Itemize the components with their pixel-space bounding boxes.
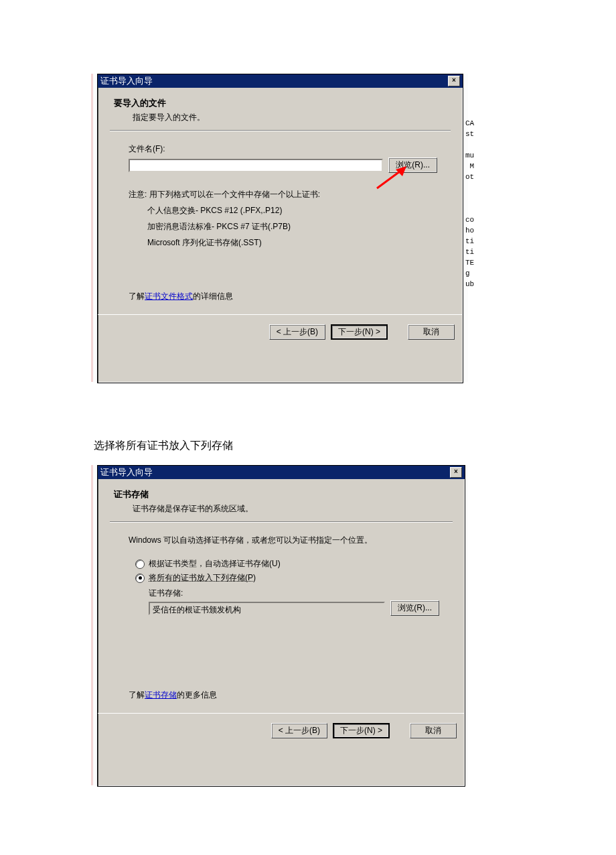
cancel-button[interactable]: 取消 (410, 723, 457, 738)
divider (110, 130, 451, 131)
learn-link[interactable]: 证书文件格式 (145, 291, 193, 301)
cancel-button[interactable]: 取消 (408, 324, 455, 340)
browse-button[interactable]: 浏览(R)... (388, 157, 437, 173)
filename-input[interactable] (129, 159, 383, 172)
close-icon[interactable]: × (450, 467, 462, 478)
back-button[interactable]: < 上一步(B) (269, 324, 325, 340)
note-intro: 注意: 用下列格式可以在一个文件中存储一个以上证书: (129, 186, 437, 202)
store-value-field: 受信任的根证书颁发机构 (149, 602, 385, 615)
page-title: 证书存储 (114, 488, 453, 501)
note-line-2: 加密消息语法标准- PKCS #7 证书(.P7B) (129, 218, 437, 235)
page-title: 要导入的文件 (114, 97, 451, 109)
note-line-3: Microsoft 序列化证书存储(.SST) (129, 235, 437, 251)
document-page: CA st mu M ot co ho ti ti TE g ub 证书导入向导… (0, 0, 616, 855)
cert-import-wizard-store: 证书导入向导 × 证书存储 证书存储是保存证书的系统区域。 Windows 可以… (97, 465, 465, 787)
page-subtitle: 指定要导入的文件。 (114, 109, 451, 123)
titlebar[interactable]: 证书导入向导 × (98, 466, 465, 479)
learn-more: 了解证书存储的更多信息 (129, 689, 439, 701)
background-text-right: CA st mu M ot co ho ti ti TE g ub (465, 118, 474, 289)
note-line-1: 个人信息交换- PKCS #12 (.PFX,.P12) (129, 202, 437, 218)
radio-icon (135, 560, 145, 569)
back-button[interactable]: < 上一步(B) (271, 723, 327, 738)
option-auto-label: 根据证书类型，自动选择证书存储(U) (149, 558, 281, 570)
browse-button[interactable]: 浏览(R)... (390, 600, 439, 616)
option-auto-select[interactable]: 根据证书类型，自动选择证书存储(U) (129, 558, 439, 570)
store-label: 证书存储: (129, 588, 439, 599)
learn-more: 了解证书文件格式的详细信息 (129, 291, 437, 302)
window-title: 证书导入向导 (100, 74, 153, 88)
radio-icon (135, 574, 145, 583)
wizard-header: 证书存储 证书存储是保存证书的系统区域。 (110, 486, 453, 521)
instruction-caption: 选择将所有证书放入下列存储 (94, 439, 233, 453)
next-button[interactable]: 下一步(N) > (333, 723, 390, 738)
next-button[interactable]: 下一步(N) > (331, 324, 388, 340)
window-title: 证书导入向导 (100, 466, 153, 479)
cert-import-wizard-file: 证书导入向导 × 要导入的文件 指定要导入的文件。 文件名(F): 浏览(R).… (97, 74, 463, 383)
option-place-all[interactable]: 将所有的证书放入下列存储(P) (129, 572, 439, 584)
intro-text: Windows 可以自动选择证书存储，或者您可以为证书指定一个位置。 (129, 535, 439, 546)
wizard-footer: < 上一步(B) 下一步(N) > 取消 (98, 314, 463, 349)
option-place-all-label: 将所有的证书放入下列存储(P) (149, 572, 256, 584)
wizard-header: 要导入的文件 指定要导入的文件。 (110, 94, 451, 130)
divider (110, 521, 453, 523)
wizard-footer: < 上一步(B) 下一步(N) > 取消 (98, 713, 465, 748)
page-subtitle: 证书存储是保存证书的系统区域。 (114, 501, 453, 515)
learn-link[interactable]: 证书存储 (145, 690, 177, 700)
close-icon[interactable]: × (448, 76, 460, 86)
filename-label: 文件名(F): (129, 143, 437, 155)
note-block: 注意: 用下列格式可以在一个文件中存储一个以上证书: 个人信息交换- PKCS … (129, 186, 437, 251)
titlebar[interactable]: 证书导入向导 × (98, 74, 463, 88)
